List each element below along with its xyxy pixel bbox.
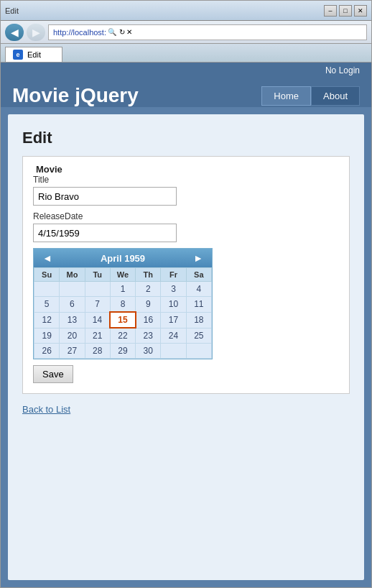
close-icon[interactable]: ✕ bbox=[126, 28, 132, 36]
calendar-week-row: 2627282930 bbox=[34, 344, 212, 359]
nav-buttons: Home About bbox=[261, 86, 360, 106]
calendar-day-cell[interactable]: 1 bbox=[110, 282, 135, 297]
app-title: Movie jQuery bbox=[12, 84, 139, 107]
edit-title: Edit bbox=[22, 129, 350, 147]
address-input[interactable]: http://localhost: 🔍 ↻ ✕ bbox=[48, 24, 367, 40]
calendar: ◄ April 1959 ► SuMoTuWeThFrSa 1234567891… bbox=[33, 248, 213, 359]
calendar-day-cell[interactable]: 18 bbox=[186, 312, 211, 328]
calendar-day-cell bbox=[186, 344, 211, 359]
home-nav-button[interactable]: Home bbox=[261, 86, 311, 106]
calendar-day-cell[interactable]: 15 bbox=[110, 312, 135, 328]
calendar-week-row: 1234 bbox=[34, 282, 212, 297]
title-bar-text: Edit bbox=[5, 6, 19, 15]
minimize-button[interactable]: – bbox=[324, 5, 337, 17]
calendar-day-cell[interactable]: 5 bbox=[34, 297, 60, 313]
calendar-day-cell[interactable]: 13 bbox=[60, 312, 85, 328]
search-icon: 🔍 bbox=[108, 28, 116, 36]
browser-window: Edit – □ ✕ ◀ ▶ http://localhost: 🔍 ↻ ✕ e… bbox=[0, 0, 372, 588]
close-button[interactable]: ✕ bbox=[354, 5, 367, 17]
calendar-day-cell[interactable]: 14 bbox=[85, 312, 110, 328]
calendar-day-cell[interactable]: 22 bbox=[110, 328, 135, 344]
calendar-day-cell[interactable]: 19 bbox=[34, 328, 60, 344]
calendar-day-cell bbox=[34, 282, 60, 297]
calendar-month-label: April 1959 bbox=[101, 253, 145, 264]
calendar-day-cell[interactable]: 11 bbox=[186, 297, 211, 313]
calendar-day-cell[interactable]: 16 bbox=[136, 312, 161, 328]
title-input[interactable] bbox=[33, 187, 177, 206]
main-container: Edit Movie Title ReleaseDate ◄ A bbox=[8, 114, 364, 580]
calendar-day-header: Mo bbox=[60, 268, 85, 282]
no-login-text: No Login bbox=[325, 65, 360, 75]
calendar-day-cell[interactable]: 23 bbox=[136, 328, 161, 344]
calendar-week-row: 567891011 bbox=[34, 297, 212, 313]
save-button[interactable]: Save bbox=[33, 365, 73, 383]
calendar-day-cell[interactable]: 26 bbox=[34, 344, 60, 359]
calendar-day-header: Fr bbox=[161, 268, 186, 282]
tab-label: Edit bbox=[27, 50, 41, 59]
calendar-day-cell[interactable]: 9 bbox=[136, 297, 161, 313]
calendar-day-cell[interactable]: 6 bbox=[60, 297, 85, 313]
about-nav-button[interactable]: About bbox=[311, 86, 360, 106]
calendar-day-cell[interactable]: 2 bbox=[136, 282, 161, 297]
maximize-button[interactable]: □ bbox=[339, 5, 352, 17]
address-bar: ◀ ▶ http://localhost: 🔍 ↻ ✕ bbox=[1, 21, 371, 44]
top-bar: No Login bbox=[1, 63, 371, 78]
calendar-header: ◄ April 1959 ► bbox=[34, 249, 212, 267]
calendar-day-cell bbox=[85, 282, 110, 297]
calendar-day-header: Tu bbox=[85, 268, 110, 282]
title-bar: Edit – □ ✕ bbox=[1, 1, 371, 21]
calendar-day-cell[interactable]: 20 bbox=[60, 328, 85, 344]
calendar-day-cell[interactable]: 4 bbox=[186, 282, 211, 297]
calendar-day-cell[interactable]: 21 bbox=[85, 328, 110, 344]
calendar-day-header: Th bbox=[136, 268, 161, 282]
calendar-grid: SuMoTuWeThFrSa 1234567891011121314151617… bbox=[34, 267, 212, 359]
refresh-icon[interactable]: ↻ bbox=[119, 28, 125, 36]
calendar-day-cell[interactable]: 24 bbox=[161, 328, 186, 344]
calendar-week-row: 12131415161718 bbox=[34, 312, 212, 328]
movie-fieldset: Movie Title ReleaseDate ◄ April 1959 bbox=[22, 156, 350, 394]
release-date-label: ReleaseDate bbox=[33, 211, 339, 221]
calendar-day-header: Su bbox=[34, 268, 60, 282]
calendar-day-cell[interactable]: 28 bbox=[85, 344, 110, 359]
calendar-day-cell[interactable]: 17 bbox=[161, 312, 186, 328]
calendar-day-cell[interactable]: 8 bbox=[110, 297, 135, 313]
calendar-next-button[interactable]: ► bbox=[190, 252, 206, 264]
calendar-day-cell[interactable]: 25 bbox=[186, 328, 211, 344]
calendar-header-row: SuMoTuWeThFrSa bbox=[34, 268, 212, 282]
calendar-day-cell[interactable]: 7 bbox=[85, 297, 110, 313]
calendar-day-cell[interactable]: 10 bbox=[161, 297, 186, 313]
calendar-day-cell bbox=[60, 282, 85, 297]
calendar-day-cell[interactable]: 30 bbox=[136, 344, 161, 359]
calendar-body: 1234567891011121314151617181920212223242… bbox=[34, 282, 212, 359]
calendar-day-cell bbox=[161, 344, 186, 359]
url-text: http://localhost: bbox=[53, 28, 106, 37]
browser-tab[interactable]: e Edit bbox=[5, 47, 62, 62]
app-header: Movie jQuery Home About bbox=[1, 78, 371, 107]
fieldset-legend: Movie bbox=[33, 164, 339, 175]
calendar-day-cell[interactable]: 12 bbox=[34, 312, 60, 328]
release-date-field-group: ReleaseDate bbox=[33, 211, 339, 242]
tab-icon: e bbox=[13, 50, 23, 60]
calendar-day-cell[interactable]: 29 bbox=[110, 344, 135, 359]
tab-bar: e Edit bbox=[1, 44, 371, 63]
forward-nav-button[interactable]: ▶ bbox=[27, 24, 45, 41]
calendar-day-header: Sa bbox=[186, 268, 211, 282]
calendar-prev-button[interactable]: ◄ bbox=[39, 252, 55, 264]
calendar-day-header: We bbox=[110, 268, 135, 282]
calendar-day-cell[interactable]: 3 bbox=[161, 282, 186, 297]
title-field-group: Title bbox=[33, 175, 339, 206]
page-content: No Login Movie jQuery Home About Edit Mo… bbox=[1, 63, 371, 587]
calendar-week-row: 19202122232425 bbox=[34, 328, 212, 344]
calendar-day-cell[interactable]: 27 bbox=[60, 344, 85, 359]
back-nav-button[interactable]: ◀ bbox=[5, 24, 24, 41]
back-to-list-link[interactable]: Back to List bbox=[22, 404, 350, 415]
release-date-input[interactable] bbox=[33, 224, 177, 242]
title-label: Title bbox=[33, 175, 339, 185]
title-bar-buttons: – □ ✕ bbox=[324, 5, 367, 17]
